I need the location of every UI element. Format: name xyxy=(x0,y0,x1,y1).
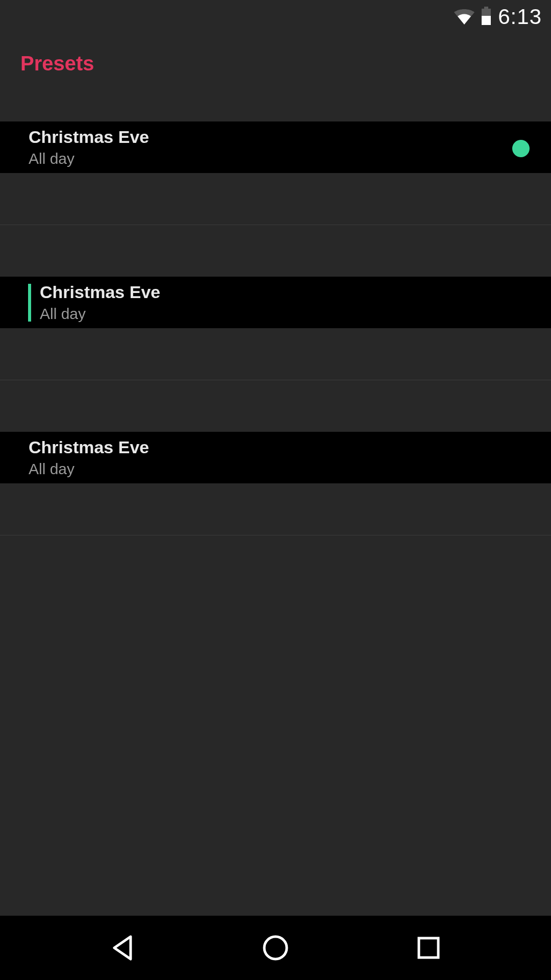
svg-rect-4 xyxy=(419,938,438,958)
preset-subtitle: All day xyxy=(29,460,149,478)
preset-subtitle: All day xyxy=(29,150,149,167)
active-indicator-icon xyxy=(512,140,530,157)
header: Presets xyxy=(0,34,551,121)
preset-title: Christmas Eve xyxy=(40,282,160,302)
preset-subtitle: All day xyxy=(40,305,160,323)
preset-list: Christmas Eve All day Christmas Eve All … xyxy=(0,121,551,535)
svg-point-3 xyxy=(264,937,287,959)
recents-button[interactable] xyxy=(411,930,446,966)
navigation-bar xyxy=(0,916,551,980)
back-triangle-icon xyxy=(110,935,135,961)
spacer xyxy=(0,328,551,380)
preset-title: Christmas Eve xyxy=(29,437,149,457)
recents-square-icon xyxy=(417,936,440,960)
preset-item[interactable]: Christmas Eve All day xyxy=(0,432,551,483)
svg-rect-0 xyxy=(484,7,488,9)
status-time: 6:13 xyxy=(498,5,542,29)
page-title: Presets xyxy=(20,52,531,75)
battery-icon xyxy=(481,7,492,27)
preset-title: Christmas Eve xyxy=(29,127,149,147)
svg-rect-2 xyxy=(482,16,491,25)
back-button[interactable] xyxy=(105,930,140,966)
spacer xyxy=(0,380,551,432)
home-circle-icon xyxy=(262,934,289,962)
wifi-icon xyxy=(454,7,474,27)
selection-bar-icon xyxy=(28,284,31,322)
status-bar: 6:13 xyxy=(0,0,551,34)
preset-item[interactable]: Christmas Eve All day xyxy=(0,277,551,328)
spacer xyxy=(0,483,551,535)
preset-item[interactable]: Christmas Eve All day xyxy=(0,121,551,173)
spacer xyxy=(0,225,551,277)
spacer xyxy=(0,173,551,225)
home-button[interactable] xyxy=(258,930,293,966)
